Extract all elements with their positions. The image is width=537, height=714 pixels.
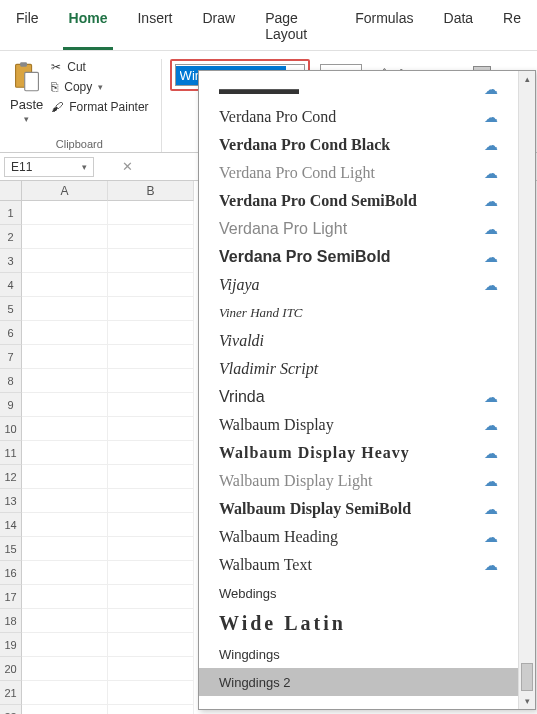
row-header[interactable]: 22 — [0, 705, 22, 714]
row-header[interactable]: 17 — [0, 585, 22, 609]
cell[interactable] — [108, 705, 194, 714]
chevron-down-icon[interactable]: ▾ — [82, 162, 87, 172]
cell[interactable] — [108, 297, 194, 321]
tab-draw[interactable]: Draw — [196, 6, 241, 50]
row-header[interactable]: 6 — [0, 321, 22, 345]
row-header[interactable]: 13 — [0, 489, 22, 513]
font-option[interactable]: Walbaum Heading☁ — [199, 523, 518, 551]
font-option[interactable]: Webdings — [199, 579, 518, 607]
font-option[interactable]: Viner Hand ITC — [199, 299, 518, 327]
cell[interactable] — [108, 633, 194, 657]
cell[interactable] — [108, 321, 194, 345]
cell[interactable] — [22, 345, 108, 369]
cell[interactable] — [108, 681, 194, 705]
cell[interactable] — [108, 417, 194, 441]
row-header[interactable]: 10 — [0, 417, 22, 441]
font-option[interactable]: Verdana Pro Cond☁ — [199, 103, 518, 131]
cell[interactable] — [22, 681, 108, 705]
cell[interactable] — [108, 465, 194, 489]
cell[interactable] — [108, 201, 194, 225]
font-option[interactable]: Vivaldi — [199, 327, 518, 355]
row-header[interactable]: 18 — [0, 609, 22, 633]
row-header[interactable]: 16 — [0, 561, 22, 585]
cells[interactable] — [22, 201, 194, 714]
cell[interactable] — [22, 249, 108, 273]
cell[interactable] — [22, 633, 108, 657]
tab-page-layout[interactable]: Page Layout — [259, 6, 331, 50]
name-box[interactable]: E11 ▾ — [4, 157, 94, 177]
row-header[interactable]: 14 — [0, 513, 22, 537]
font-option[interactable]: Wingdings 2 — [199, 668, 518, 696]
cell[interactable] — [22, 561, 108, 585]
cell[interactable] — [22, 201, 108, 225]
format-painter-button[interactable]: 🖌 Format Painter — [51, 99, 148, 115]
cell[interactable] — [22, 297, 108, 321]
cell[interactable] — [22, 489, 108, 513]
cell[interactable] — [22, 657, 108, 681]
dropdown-scrollbar[interactable]: ▴ ▾ — [518, 71, 535, 709]
tab-home[interactable]: Home — [63, 6, 114, 50]
font-option[interactable]: Verdana Pro Cond Black☁ — [199, 131, 518, 159]
cell[interactable] — [108, 513, 194, 537]
cell[interactable] — [108, 537, 194, 561]
tab-file[interactable]: File — [10, 6, 45, 50]
cell[interactable] — [22, 513, 108, 537]
tab-insert[interactable]: Insert — [131, 6, 178, 50]
cell[interactable] — [22, 273, 108, 297]
cell[interactable] — [108, 345, 194, 369]
cell[interactable] — [108, 489, 194, 513]
cell[interactable] — [108, 441, 194, 465]
cell[interactable] — [22, 585, 108, 609]
tab-re[interactable]: Re — [497, 6, 527, 50]
cell[interactable] — [22, 537, 108, 561]
scroll-up-button[interactable]: ▴ — [519, 71, 535, 87]
row-header[interactable]: 12 — [0, 465, 22, 489]
scroll-down-button[interactable]: ▾ — [519, 693, 535, 709]
row-header[interactable]: 19 — [0, 633, 22, 657]
cell[interactable] — [108, 225, 194, 249]
cut-button[interactable]: ✂ Cut — [51, 59, 148, 75]
column-header[interactable]: A — [22, 181, 108, 201]
cell[interactable] — [22, 369, 108, 393]
font-option[interactable]: Vijaya☁ — [199, 271, 518, 299]
font-option[interactable]: Verdana Pro SemiBold☁ — [199, 243, 518, 271]
cell[interactable] — [108, 561, 194, 585]
cell[interactable] — [108, 249, 194, 273]
cell[interactable] — [22, 465, 108, 489]
font-option[interactable]: Walbaum Display Light☁ — [199, 467, 518, 495]
row-header[interactable]: 7 — [0, 345, 22, 369]
row-header[interactable]: 21 — [0, 681, 22, 705]
copy-button[interactable]: ⎘ Copy ▾ — [51, 79, 148, 95]
row-header[interactable]: 11 — [0, 441, 22, 465]
cell[interactable] — [22, 225, 108, 249]
row-header[interactable]: 15 — [0, 537, 22, 561]
row-header[interactable]: 2 — [0, 225, 22, 249]
font-option[interactable]: Walbaum Display Heavy☁ — [199, 439, 518, 467]
cell[interactable] — [22, 705, 108, 714]
scroll-thumb[interactable] — [521, 663, 533, 691]
cell[interactable] — [108, 273, 194, 297]
font-option[interactable]: Walbaum Display SemiBold☁ — [199, 495, 518, 523]
row-header[interactable]: 5 — [0, 297, 22, 321]
cell[interactable] — [108, 657, 194, 681]
row-header[interactable]: 4 — [0, 273, 22, 297]
tab-data[interactable]: Data — [438, 6, 480, 50]
cell[interactable] — [108, 393, 194, 417]
font-option[interactable]: Walbaum Text☁ — [199, 551, 518, 579]
tab-formulas[interactable]: Formulas — [349, 6, 419, 50]
column-header[interactable]: B — [108, 181, 194, 201]
font-option[interactable]: Verdana Pro Cond SemiBold☁ — [199, 187, 518, 215]
cell[interactable] — [22, 441, 108, 465]
row-header[interactable]: 9 — [0, 393, 22, 417]
font-option[interactable]: Wingdings — [199, 640, 518, 668]
font-option[interactable]: Vladimir Script — [199, 355, 518, 383]
cell[interactable] — [22, 393, 108, 417]
cell[interactable] — [108, 369, 194, 393]
font-option[interactable]: Verdana Pro Cond Light☁ — [199, 159, 518, 187]
cell[interactable] — [22, 321, 108, 345]
font-option[interactable]: Wide Latin — [199, 607, 518, 640]
paste-button[interactable]: Paste ▾ — [10, 59, 43, 124]
row-header[interactable]: 1 — [0, 201, 22, 225]
cell[interactable] — [22, 417, 108, 441]
cell[interactable] — [108, 609, 194, 633]
